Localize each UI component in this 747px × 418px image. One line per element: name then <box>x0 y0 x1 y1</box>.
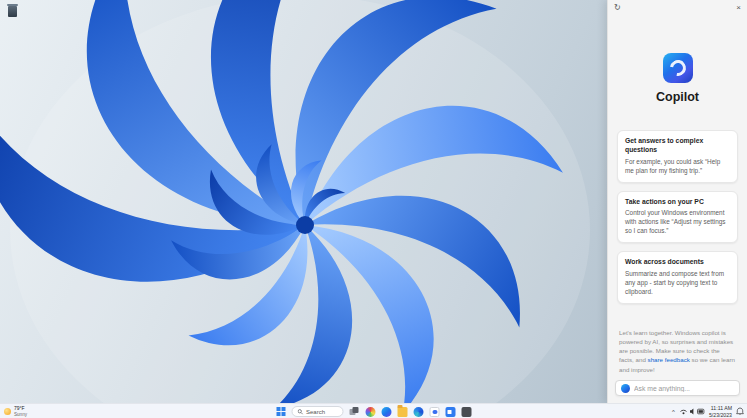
ask-input[interactable] <box>634 385 734 392</box>
suggestion-card-answers[interactable]: Get answers to complex questions For exa… <box>617 130 738 183</box>
copilot-panel: ↻ × Copilot Get answers to complex quest… <box>607 0 747 403</box>
photos-app-icon[interactable] <box>365 407 375 417</box>
copilot-mini-icon <box>621 384 630 393</box>
card-body: Control your Windows environment with ac… <box>625 209 730 236</box>
card-title: Take actions on your PC <box>625 198 730 207</box>
search-label: Search <box>306 409 325 415</box>
bloom-wallpaper-art <box>0 0 607 403</box>
taskbar-center: Search <box>276 404 471 418</box>
copilot-brand: Copilot <box>608 53 747 104</box>
share-feedback-link[interactable]: share feedback <box>648 356 690 363</box>
card-title: Get answers to complex questions <box>625 137 730 155</box>
recycle-bin-icon[interactable] <box>8 6 17 17</box>
suggestion-card-documents[interactable]: Work across documents Summarize and comp… <box>617 251 738 304</box>
system-tray: ^ 11:11 AM 5/23/2023 <box>672 404 744 418</box>
suggestion-cards: Get answers to complex questions For exa… <box>608 130 747 304</box>
weather-text: 79°F Sunny <box>14 406 27 417</box>
tray-overflow-chevron-icon[interactable]: ^ <box>672 409 675 415</box>
desktop-wallpaper <box>0 0 607 403</box>
card-body: For example, you could ask “Help me plan… <box>625 158 730 176</box>
copilot-taskbar-icon[interactable] <box>381 407 391 417</box>
search-box[interactable]: Search <box>291 406 343 417</box>
taskbar: 79°F Sunny Search ^ <box>0 403 747 418</box>
task-view-button[interactable] <box>349 407 359 417</box>
chat-app-icon[interactable] <box>429 407 439 417</box>
suggestion-card-actions[interactable]: Take actions on your PC Control your Win… <box>617 191 738 244</box>
ask-input-container[interactable] <box>615 380 740 396</box>
windows-desktop: ↻ × Copilot Get answers to complex quest… <box>0 0 747 418</box>
terminal-app-icon[interactable] <box>461 407 471 417</box>
tray-date: 5/23/2023 <box>709 412 732 418</box>
copilot-title: Copilot <box>656 90 699 104</box>
disclaimer-text: Let's learn together. Windows copilot is… <box>619 328 736 374</box>
edge-browser-icon[interactable] <box>413 407 423 417</box>
search-icon <box>297 409 303 415</box>
refresh-icon[interactable]: ↻ <box>614 4 621 12</box>
notification-bell-icon[interactable] <box>736 407 744 416</box>
start-button[interactable] <box>276 407 285 416</box>
microsoft-store-icon[interactable] <box>445 407 455 417</box>
close-icon[interactable]: × <box>736 4 741 12</box>
card-body: Summarize and compose text from any app … <box>625 270 730 297</box>
weather-sun-icon <box>4 408 11 415</box>
card-title: Work across documents <box>625 258 730 267</box>
clock-widget[interactable]: 11:11 AM 5/23/2023 <box>709 405 732 417</box>
file-explorer-icon[interactable] <box>397 407 407 417</box>
network-volume-battery-icons[interactable] <box>679 407 705 416</box>
weather-condition: Sunny <box>14 412 27 417</box>
copilot-logo-icon <box>663 53 693 83</box>
weather-widget[interactable]: 79°F Sunny <box>4 404 27 418</box>
copilot-panel-header: ↻ × <box>608 0 747 15</box>
